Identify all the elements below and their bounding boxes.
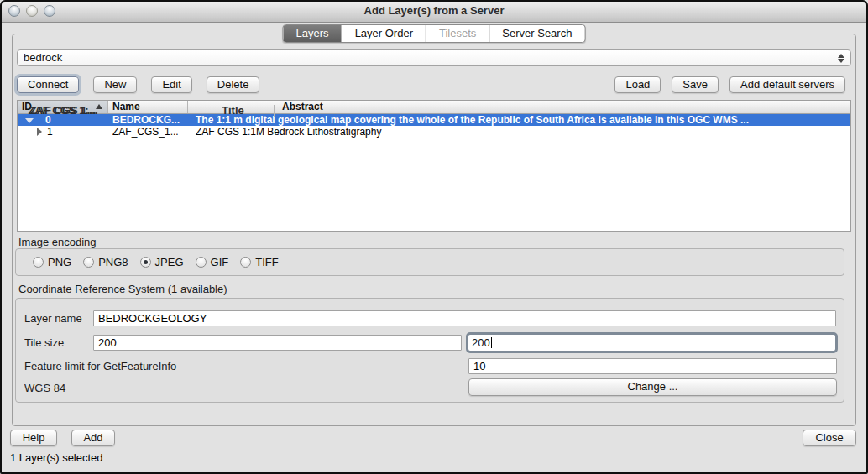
tab-bar: Layers Layer Order Tilesets Server Searc… (283, 24, 586, 43)
tab-tilesets: Tilesets (426, 25, 489, 42)
radio-circle-icon (83, 257, 94, 268)
radio-circle-icon (33, 257, 44, 268)
title-bar: Add Layer(s) from a Server (0, 0, 868, 23)
status-text: 1 Layer(s) selected (10, 451, 103, 464)
radio-png8[interactable]: PNG8 (83, 256, 128, 268)
close-button[interactable]: Close (803, 430, 856, 446)
tile-height-input[interactable]: 200 (466, 332, 838, 353)
radio-circle-icon (240, 257, 251, 268)
row-name: BEDROCKG... (108, 114, 188, 126)
text-cursor (491, 337, 492, 348)
add-button[interactable]: Add (71, 430, 115, 446)
layer-name-input[interactable] (93, 310, 836, 326)
row-abstract: The 1:1 m digital geological map coverin… (188, 114, 850, 126)
server-connection-select[interactable]: bedrock (17, 49, 851, 66)
connect-button[interactable]: Connect (17, 76, 79, 93)
combo-stepper-icon[interactable] (837, 53, 845, 64)
layer-name-label: Layer name (24, 312, 82, 325)
tab-server-search[interactable]: Server Search (489, 25, 584, 42)
layers-table-header: ID Name Title Abstract (18, 101, 850, 114)
window-title: Add Layer(s) from a Server (0, 4, 868, 17)
radio-jpeg[interactable]: JPEG (140, 256, 184, 268)
selected-crs-label: WGS 84 (24, 382, 65, 394)
radio-circle-icon (196, 257, 207, 268)
row-id: 1 (47, 126, 53, 138)
delete-button[interactable]: Delete (207, 76, 260, 93)
edit-button[interactable]: Edit (151, 76, 191, 93)
image-encoding-label: Image encoding (18, 236, 97, 248)
tab-layers[interactable]: Layers (284, 25, 342, 42)
connection-buttons: Connect New Edit Delete (17, 76, 259, 93)
column-header-title[interactable]: Title (188, 105, 275, 117)
row-title: ZAF CGS 1:... (18, 105, 104, 117)
tile-width-input[interactable] (93, 335, 462, 351)
server-connection-value: bedrock (24, 51, 62, 64)
feature-limit-label: Feature limit for GetFeatureInfo (24, 360, 176, 372)
crs-group: Layer name Tile size 200 Feature limit f… (15, 298, 844, 403)
server-list-buttons: Load Save Add default servers (614, 76, 845, 93)
table-row-bedrockgeology[interactable]: 0 BEDROCKG... ZAF CGS 1... The 1:1 m dig… (18, 114, 850, 126)
image-encoding-group: PNG PNG8 JPEG GIF TIFF (15, 248, 844, 276)
feature-limit-input[interactable] (468, 358, 837, 374)
disclosure-closed-icon[interactable] (37, 128, 42, 136)
change-crs-button[interactable]: Change ... (468, 378, 837, 396)
row-name: ZAF_CGS_1... (108, 126, 188, 138)
save-button[interactable]: Save (672, 76, 719, 93)
tab-layer-order[interactable]: Layer Order (342, 25, 426, 42)
column-header-name[interactable]: Name (108, 101, 188, 113)
disclosure-open-icon[interactable] (25, 118, 34, 123)
radio-png[interactable]: PNG (33, 256, 71, 268)
crs-section-label: Coordinate Reference System (1 available… (18, 283, 227, 295)
table-row-zaf-cgs[interactable]: 1 ZAF_CGS_1... ZAF CGS 1:... ZAF CGS 1:1… (18, 126, 850, 138)
radio-selected-icon (140, 257, 151, 268)
column-header-abstract[interactable]: Abstract (275, 101, 850, 113)
help-button[interactable]: Help (10, 430, 57, 446)
tile-size-label: Tile size (24, 336, 64, 349)
radio-tiff[interactable]: TIFF (240, 256, 278, 268)
row-abstract: ZAF CGS 1:1M Bedrock Lithostratigraphy (188, 126, 850, 138)
layers-table: ID Name Title Abstract 0 BEDROCKG... ZAF… (17, 100, 851, 232)
add-default-servers-button[interactable]: Add default servers (729, 76, 845, 93)
load-button[interactable]: Load (614, 76, 661, 93)
radio-gif[interactable]: GIF (196, 256, 229, 268)
new-button[interactable]: New (93, 76, 137, 93)
